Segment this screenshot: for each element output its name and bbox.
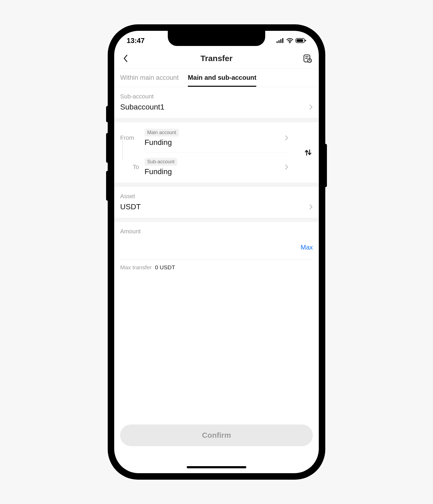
from-badge: Main account xyxy=(145,129,179,137)
max-transfer-text: Max transfer 0 USDT xyxy=(120,264,313,271)
svg-rect-7 xyxy=(305,40,306,41)
from-selector[interactable]: From Main account Funding xyxy=(120,129,313,147)
chevron-right-icon xyxy=(285,135,288,141)
to-selector[interactable]: To Sub-account Funding xyxy=(120,158,313,176)
from-value: Funding xyxy=(145,138,172,147)
svg-rect-0 xyxy=(277,41,278,43)
asset-section: Asset USDT xyxy=(114,187,319,218)
max-transfer-value: 0 USDT xyxy=(155,264,175,270)
divider xyxy=(114,118,319,122)
amount-input[interactable] xyxy=(120,238,301,257)
cellular-icon xyxy=(277,38,284,43)
to-value: Funding xyxy=(145,167,172,176)
svg-rect-3 xyxy=(282,38,283,43)
home-indicator[interactable] xyxy=(187,466,246,468)
subaccount-selector[interactable]: Subaccount1 xyxy=(120,103,313,111)
divider xyxy=(114,218,319,222)
battery-icon xyxy=(296,38,306,43)
asset-selector[interactable]: USDT xyxy=(120,203,313,211)
notch xyxy=(168,31,265,46)
chevron-right-icon xyxy=(309,204,313,210)
chevron-left-icon xyxy=(123,54,128,62)
asset-label: Asset xyxy=(120,193,313,200)
from-label: From xyxy=(120,134,139,141)
side-button xyxy=(106,106,109,122)
subaccount-section: Sub-account Subaccount1 xyxy=(114,87,319,118)
to-label: To xyxy=(120,164,139,171)
svg-rect-2 xyxy=(280,39,281,43)
wifi-icon xyxy=(286,38,293,43)
footer: Confirm xyxy=(114,425,319,473)
page-title: Transfer xyxy=(201,54,232,63)
divider xyxy=(114,183,319,187)
max-button[interactable]: Max xyxy=(301,244,313,251)
power-button xyxy=(324,144,327,187)
history-icon xyxy=(303,54,312,63)
amount-section: Amount Max Max transfer 0 USDT xyxy=(114,222,319,273)
asset-value: USDT xyxy=(120,203,141,211)
back-button[interactable] xyxy=(120,53,131,64)
svg-point-4 xyxy=(289,42,290,43)
confirm-button[interactable]: Confirm xyxy=(120,425,313,446)
subaccount-value: Subaccount1 xyxy=(120,103,164,111)
screen: 13:47 Transfer xyxy=(114,31,319,473)
header: Transfer xyxy=(114,50,319,69)
amount-label: Amount xyxy=(120,228,313,235)
tab-main-sub[interactable]: Main and sub-account xyxy=(188,74,256,87)
chevron-right-icon xyxy=(309,104,313,110)
volume-down-button xyxy=(106,171,109,201)
subaccount-label: Sub-account xyxy=(120,93,313,100)
svg-rect-1 xyxy=(278,40,280,43)
divider xyxy=(145,152,288,152)
history-button[interactable] xyxy=(302,53,313,64)
tabs: Within main account Main and sub-account xyxy=(114,69,319,87)
volume-up-button xyxy=(106,133,109,163)
max-transfer-label: Max transfer xyxy=(120,264,152,270)
to-badge: Sub-account xyxy=(145,158,177,166)
swap-button[interactable] xyxy=(303,148,313,157)
svg-rect-6 xyxy=(297,39,303,42)
tab-within-main[interactable]: Within main account xyxy=(120,74,179,87)
phone-frame: 13:47 Transfer xyxy=(108,25,325,479)
status-icons xyxy=(277,38,306,43)
status-time: 13:47 xyxy=(127,37,145,45)
swap-icon xyxy=(303,148,313,157)
transfer-section: From Main account Funding To Sub-account… xyxy=(114,122,319,183)
connector-line xyxy=(122,138,123,160)
chevron-right-icon xyxy=(285,164,288,170)
